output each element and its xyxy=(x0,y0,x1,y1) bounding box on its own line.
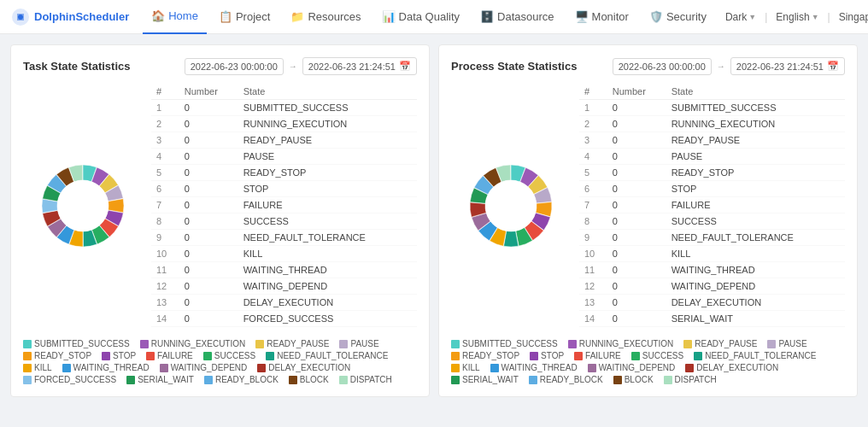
legend-label: KILL xyxy=(34,363,52,372)
legend-color-dot xyxy=(490,364,499,372)
table-cell: 0 xyxy=(607,116,666,132)
process-donut-chart xyxy=(460,155,562,257)
table-cell: 0 xyxy=(179,230,238,246)
legend-color-dot xyxy=(683,340,692,348)
table-cell: 4 xyxy=(579,149,607,165)
table-cell: 0 xyxy=(179,197,238,214)
legend-color-dot xyxy=(451,364,460,372)
table-cell: 9 xyxy=(579,230,607,246)
legend-label: READY_STOP xyxy=(462,351,519,360)
logo: DolphinScheduler xyxy=(10,7,129,27)
legend-color-dot xyxy=(767,340,776,348)
process-col-num: # xyxy=(579,84,607,100)
legend-label: STOP xyxy=(113,351,136,360)
legend-color-dot xyxy=(257,364,266,372)
process-col-number: Number xyxy=(607,84,666,100)
table-cell: SUBMITTED_SUCCESS xyxy=(666,100,845,116)
region-dropdown[interactable]: Singapore ▼ xyxy=(836,11,868,23)
process-date-from[interactable]: 2022-06-23 00:00:00 xyxy=(613,58,712,75)
table-row: 90NEED_FAULT_TOLERANCE xyxy=(579,230,845,246)
table-cell: 0 xyxy=(607,230,666,246)
table-row: 10SUBMITTED_SUCCESS xyxy=(151,100,417,116)
task-legend: SUBMITTED_SUCCESSRUNNING_EXECUTIONREADY_… xyxy=(23,339,417,384)
task-date-to[interactable]: 2022-06-23 21:24:51 📅 xyxy=(302,57,417,75)
process-donut-area xyxy=(451,84,571,327)
legend-color-dot xyxy=(140,340,149,348)
legend-color-dot xyxy=(574,352,583,360)
table-row: 70FAILURE xyxy=(579,197,845,214)
legend-color-dot xyxy=(588,364,596,372)
nav-dataquality[interactable]: 📊 Data Quality xyxy=(373,0,469,34)
table-cell: 0 xyxy=(607,165,666,181)
legend-color-dot xyxy=(451,340,460,348)
legend-label: WAITING_THREAD xyxy=(73,363,150,372)
nav-right-controls: Dark ▼ | English ▼ | Singapore ▼ | 👤 adm… xyxy=(722,11,868,23)
table-cell: WAITING_THREAD xyxy=(238,262,417,278)
legend-label: FAILURE xyxy=(585,351,621,360)
theme-dropdown[interactable]: Dark ▼ xyxy=(722,11,760,23)
nav-home[interactable]: 🏠 Home xyxy=(143,0,207,34)
process-table-area: # Number State 10SUBMITTED_SUCCESS20RUNN… xyxy=(579,84,845,327)
legend-label: BLOCK xyxy=(625,375,654,384)
table-row: 40PAUSE xyxy=(151,149,417,165)
table-row: 110WAITING_THREAD xyxy=(151,262,417,278)
legend-item: DISPATCH xyxy=(664,375,717,384)
legend-item: SUBMITTED_SUCCESS xyxy=(23,339,130,348)
legend-item: RUNNING_EXECUTION xyxy=(140,339,246,348)
legend-item: WAITING_DEPEND xyxy=(588,363,676,372)
table-cell: 0 xyxy=(607,278,666,295)
legend-label: READY_STOP xyxy=(34,351,91,360)
nav-resources[interactable]: 📁 Resources xyxy=(282,0,369,34)
resources-icon: 📁 xyxy=(290,10,304,23)
legend-label: READY_PAUSE xyxy=(267,339,329,348)
legend-label: BLOCK xyxy=(300,375,329,384)
process-stats-table: # Number State 10SUBMITTED_SUCCESS20RUNN… xyxy=(579,84,845,327)
language-dropdown[interactable]: English ▼ xyxy=(772,11,822,23)
nav-bar: DolphinScheduler 🏠 Home 📋 Project 📁 Reso… xyxy=(0,0,868,34)
table-cell: WAITING_DEPEND xyxy=(666,278,845,295)
table-cell: 0 xyxy=(607,246,666,262)
legend-label: FAILURE xyxy=(157,351,193,360)
monitor-icon: 🖥️ xyxy=(575,10,589,23)
nav-monitor[interactable]: 🖥️ Monitor xyxy=(566,0,637,34)
legend-label: PAUSE xyxy=(778,339,806,348)
table-cell: 0 xyxy=(179,214,238,230)
legend-color-dot xyxy=(694,352,702,360)
nav-project[interactable]: 📋 Project xyxy=(210,0,279,34)
task-stats-table: # Number State 10SUBMITTED_SUCCESS20RUNN… xyxy=(151,84,417,327)
legend-color-dot xyxy=(126,376,135,384)
process-date-to[interactable]: 2022-06-23 21:24:51 📅 xyxy=(730,57,845,75)
logo-icon xyxy=(10,7,31,27)
legend-item: STOP xyxy=(102,351,136,360)
table-cell: 8 xyxy=(151,214,179,230)
legend-item: KILL xyxy=(451,363,480,372)
table-row: 100KILL xyxy=(151,246,417,262)
table-cell: SUBMITTED_SUCCESS xyxy=(238,100,417,116)
legend-item: FORCED_SUCCESS xyxy=(23,375,116,384)
task-calendar-icon: 📅 xyxy=(399,61,411,72)
legend-color-dot xyxy=(255,340,264,348)
process-content-row: # Number State 10SUBMITTED_SUCCESS20RUNN… xyxy=(451,84,845,327)
legend-item: PAUSE xyxy=(767,339,806,348)
table-cell: KILL xyxy=(238,246,417,262)
nav-datasource[interactable]: 🗄️ Datasource xyxy=(472,0,562,34)
table-cell: SERIAL_WAIT xyxy=(666,311,845,327)
legend-color-dot xyxy=(62,364,71,372)
main-content: Task State Statistics 2022-06-23 00:00:0… xyxy=(0,34,868,407)
legend-label: SERIAL_WAIT xyxy=(138,375,194,384)
table-cell: 8 xyxy=(579,214,607,230)
legend-color-dot xyxy=(23,340,32,348)
table-cell: 6 xyxy=(151,181,179,197)
legend-color-dot xyxy=(23,364,32,372)
table-cell: 0 xyxy=(179,278,238,295)
legend-label: WAITING_DEPEND xyxy=(599,363,676,372)
task-date-from[interactable]: 2022-06-23 00:00:00 xyxy=(185,58,284,75)
nav-security[interactable]: 🛡️ Security xyxy=(641,0,715,34)
legend-item: FAILURE xyxy=(146,351,193,360)
table-cell: 5 xyxy=(579,165,607,181)
legend-item: WAITING_THREAD xyxy=(490,363,578,372)
datasource-icon: 🗄️ xyxy=(480,10,494,23)
table-cell: 5 xyxy=(151,165,179,181)
table-cell: 4 xyxy=(151,149,179,165)
table-cell: 0 xyxy=(607,149,666,165)
